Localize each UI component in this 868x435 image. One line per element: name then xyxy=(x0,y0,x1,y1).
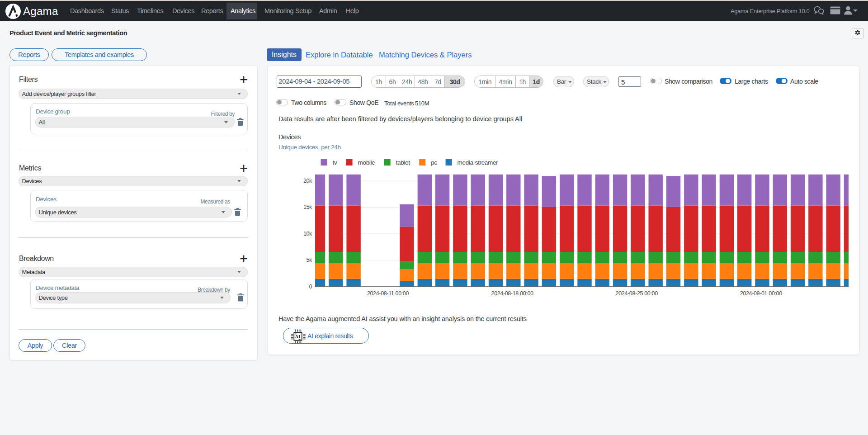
svg-text:media-streamer: media-streamer xyxy=(458,159,498,166)
svg-text:tv: tv xyxy=(333,159,337,166)
svg-text:pc: pc xyxy=(431,159,437,166)
svg-text:2024-08-11 00:00: 2024-08-11 00:00 xyxy=(367,290,409,297)
svg-text:2024-08-25 00:00: 2024-08-25 00:00 xyxy=(616,290,658,297)
svg-text:5k: 5k xyxy=(306,257,312,263)
svg-text:mobile: mobile xyxy=(358,159,375,166)
svg-text:2024-09-01 00:00: 2024-09-01 00:00 xyxy=(740,290,782,297)
svg-text:15k: 15k xyxy=(303,204,312,210)
svg-text:2024-08-18 00:00: 2024-08-18 00:00 xyxy=(491,290,533,297)
svg-text:10k: 10k xyxy=(303,231,312,237)
svg-text:20k: 20k xyxy=(303,178,312,184)
svg-text:0: 0 xyxy=(309,284,312,290)
svg-text:tablet: tablet xyxy=(396,159,410,166)
svg-text:AI: AI xyxy=(295,334,300,339)
